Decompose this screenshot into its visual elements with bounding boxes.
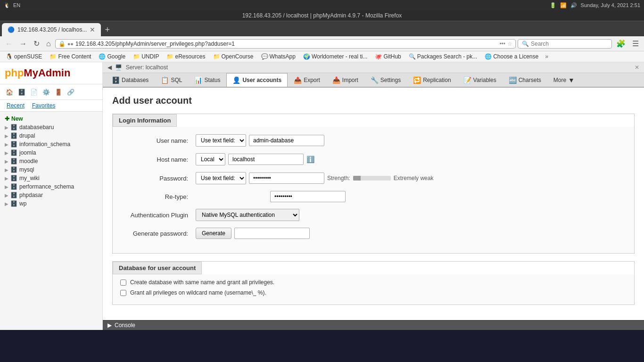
generated-password-input[interactable] — [234, 228, 310, 239]
tab-more[interactable]: More ▼ — [547, 73, 581, 87]
search-input[interactable] — [531, 41, 608, 47]
db-checkbox-row-2: Grant all privileges on wildcard name (u… — [120, 289, 627, 296]
menu-button[interactable]: ☰ — [630, 38, 641, 49]
server-breadcrumb: ◀ 🖥️ Server: localhost ✕ — [103, 62, 644, 73]
reload-button[interactable]: ↻ — [31, 38, 42, 49]
db-checkbox-2[interactable] — [120, 290, 126, 296]
generate-button[interactable]: Generate — [196, 228, 231, 239]
bookmark-eresources[interactable]: 📁 eResources — [164, 52, 208, 61]
toggle-icon: ▶ — [5, 193, 8, 198]
auth-plugin-controls: Native MySQL authentication — [196, 209, 299, 221]
link-pma-icon[interactable]: 🔗 — [66, 87, 75, 97]
password-input[interactable] — [249, 173, 324, 184]
address-input[interactable] — [75, 41, 497, 47]
bookmark-packages[interactable]: 🔍 Packages Search - pk... — [406, 52, 480, 61]
bookmark-license[interactable]: 🌐 Choose a License — [482, 52, 541, 61]
breadcrumb-close-button[interactable]: ✕ — [635, 64, 639, 71]
tree-item-information-schema[interactable]: ▶ 🗄️ information_schema — [0, 140, 102, 148]
db-pma-icon[interactable]: 🗄️ — [17, 87, 26, 97]
ellipsis-icon: ••• — [499, 41, 505, 47]
os-topbar-right: 🔋 📶 🔊 Sunday, July 4, 2021 2:51 — [550, 2, 640, 8]
tab-close-button[interactable]: ✕ — [90, 26, 95, 33]
tab-variables[interactable]: 📝 Variables — [457, 73, 503, 87]
tree-label-performance-schema: performance_schema — [19, 183, 74, 190]
tab-charsets[interactable]: 🔤 Charsets — [503, 73, 547, 87]
new-tab-button[interactable]: + — [101, 25, 114, 35]
home-button[interactable]: ⌂ — [44, 39, 53, 49]
tab-status[interactable]: 📊 Status — [188, 73, 226, 87]
bookmark-google[interactable]: 🌐 Google — [96, 52, 128, 61]
bookmark-github[interactable]: 🐙 GitHub — [372, 52, 404, 61]
db-icon-wp: 🗄️ — [10, 200, 17, 207]
hostname-info-icon[interactable]: ℹ️ — [306, 156, 314, 163]
exit-pma-icon[interactable]: 🚪 — [54, 87, 63, 97]
bookmarks-more-icon[interactable]: » — [543, 53, 550, 60]
tree-item-phpdasar[interactable]: ▶ 🗄️ phpdasar — [0, 191, 102, 199]
console-bar[interactable]: ▶ Console — [103, 320, 644, 330]
tree-item-new[interactable]: ✚ New — [0, 115, 102, 123]
password-row: Password: Use text field: Strength: — [120, 172, 627, 184]
strength-fill — [353, 176, 361, 181]
tree-item-my-wiki[interactable]: ▶ 🗄️ my_wiki — [0, 174, 102, 182]
bookmark-google-label: Google — [107, 53, 125, 60]
tab-databases[interactable]: 🗄️ Databases — [106, 73, 155, 87]
active-browser-tab[interactable]: 🔵 192.168.43.205 / localhos... ✕ — [2, 23, 101, 36]
extensions-button[interactable]: 🧩 — [614, 38, 628, 49]
db-section-header[interactable]: Database for user account — [113, 262, 202, 274]
tab-settings-label: Settings — [380, 77, 401, 83]
main-panel: ◀ 🖥️ Server: localhost ✕ 🗄️ Databases 📋 … — [103, 62, 644, 330]
tab-settings[interactable]: 🔧 Settings — [364, 73, 407, 87]
bookmark-free-content[interactable]: 📁 Free Content — [47, 52, 94, 61]
toggle-icon: ▶ — [5, 176, 8, 181]
toggle-icon: ▶ — [5, 142, 8, 147]
toggle-icon: ▶ — [5, 201, 8, 206]
db-checkbox-1[interactable] — [120, 280, 126, 286]
tree-item-wp[interactable]: ▶ 🗄️ wp — [0, 199, 102, 208]
hostname-input[interactable] — [228, 154, 304, 165]
bookmark-packages-label: Packages Search - pk... — [417, 53, 477, 60]
os-logo: 🐧 — [4, 2, 10, 8]
recent-label[interactable]: Recent — [5, 101, 26, 110]
password-type-select[interactable]: Use text field: — [196, 172, 246, 184]
username-input[interactable] — [249, 135, 324, 146]
tab-user-accounts-label: User accounts — [242, 77, 281, 83]
bookmark-whatsapp[interactable]: 💬 WhatsApp — [258, 52, 298, 61]
tree-label-information-schema: information_schema — [19, 141, 70, 148]
page-title: Add user account — [112, 95, 635, 106]
favorites-label[interactable]: Favorites — [30, 101, 57, 110]
sql-pma-icon[interactable]: 📄 — [29, 87, 39, 97]
login-info-header[interactable]: Login Information — [113, 114, 177, 127]
tab-export[interactable]: 📤 Export — [288, 73, 326, 87]
settings-pma-icon[interactable]: ⚙️ — [41, 87, 51, 97]
tree-item-moodle[interactable]: ▶ 🗄️ moodle — [0, 157, 102, 165]
hostname-type-select[interactable]: Local — [196, 153, 225, 165]
bookmark-opencourse[interactable]: 📁 OpenCourse — [210, 52, 256, 61]
password-controls: Use text field: Strength: Extremely weak — [196, 172, 433, 184]
forward-button[interactable]: → — [17, 39, 29, 49]
username-type-select[interactable]: Use text field: — [196, 134, 246, 147]
bookmark-star-icon[interactable]: ☆ — [507, 41, 512, 47]
tab-databases-label: Databases — [122, 77, 149, 83]
auth-plugin-select[interactable]: Native MySQL authentication — [196, 209, 299, 221]
tab-import[interactable]: 📥 Import — [326, 73, 364, 87]
bookmark-undip[interactable]: 📁 UNDIP — [130, 52, 162, 61]
tree-item-drupal[interactable]: ▶ 🗄️ drupal — [0, 132, 102, 140]
logo-php: php — [5, 67, 24, 79]
tree-item-performance-schema[interactable]: ▶ 🗄️ performance_schema — [0, 182, 102, 191]
tab-variables-label: Variables — [473, 77, 496, 83]
retype-input[interactable] — [270, 191, 346, 202]
tree-item-mysql[interactable]: ▶ 🗄️ mysql — [0, 165, 102, 174]
tree-item-joomla[interactable]: ▶ 🗄️ joomla — [0, 148, 102, 157]
db-icon-databasebaru: 🗄️ — [10, 124, 17, 131]
tab-sql[interactable]: 📋 SQL — [155, 73, 188, 87]
generate-controls: Generate — [196, 228, 310, 239]
home-pma-icon[interactable]: 🏠 — [5, 87, 14, 97]
back-button[interactable]: ← — [3, 39, 15, 49]
tree-item-databasebaru[interactable]: ▶ 🗄️ databasebaru — [0, 123, 102, 132]
bookmark-opensuse[interactable]: 🐧 openSUSE — [3, 52, 45, 61]
tab-user-accounts[interactable]: 👤 User accounts — [226, 73, 288, 88]
undip-icon: 📁 — [133, 53, 140, 60]
bookmark-worldometer[interactable]: 🌍 Worldometer - real ti... — [300, 52, 370, 61]
tab-replication[interactable]: 🔁 Replication — [407, 73, 457, 87]
login-info-label: Login Information — [119, 117, 171, 124]
